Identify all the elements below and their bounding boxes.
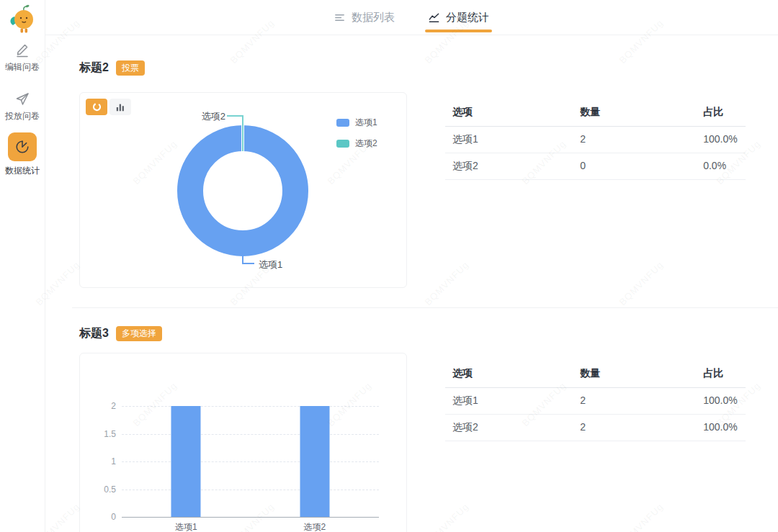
- paper-plane-icon: [14, 91, 30, 107]
- legend-item[interactable]: 选项2: [336, 137, 377, 150]
- question-type-badge: 投票: [116, 60, 145, 76]
- table-cell: 2: [573, 388, 696, 414]
- column-header: 占比: [696, 360, 746, 387]
- table-cell: 2: [573, 127, 696, 153]
- bar-category: 选项1: [122, 406, 251, 517]
- table-cell: 0: [573, 153, 696, 179]
- chart-type-toggle: [86, 99, 131, 115]
- x-tick-label: 选项2: [251, 521, 380, 532]
- app-logo-mascot: [8, 3, 37, 36]
- bar[interactable]: [171, 406, 201, 517]
- donut-chart-card: 选项1 选项2 选项2 选项1: [79, 92, 407, 288]
- tab-label: 分题统计: [446, 11, 489, 24]
- legend-label: 选项1: [355, 117, 377, 129]
- donut-icon: [91, 102, 102, 112]
- table-row: 选项22100.0%: [445, 415, 746, 441]
- section-title-row: 标题2 投票: [79, 60, 145, 76]
- table-cell: 选项2: [445, 415, 573, 441]
- pie-chart-icon: [14, 139, 30, 155]
- table-header-row: 选项数量占比: [445, 360, 746, 388]
- bar-chart-toggle-button[interactable]: [109, 99, 131, 115]
- y-tick-label: 0: [81, 512, 116, 522]
- line-chart-icon: [428, 12, 440, 24]
- topbar: 数据列表 分题统计: [45, 0, 778, 35]
- active-tab-underline: [425, 30, 492, 32]
- tab-per-question-stats[interactable]: 分题统计: [428, 0, 489, 35]
- legend-item[interactable]: 选项1: [336, 117, 377, 129]
- column-header: 数量: [573, 99, 696, 126]
- sidebar: 编辑问卷 投放问卷 数据统计: [0, 0, 45, 532]
- x-axis-line: [122, 517, 379, 518]
- table-cell: 选项2: [445, 153, 573, 179]
- stats-table: 选项数量占比选项12100.0%选项22100.0%: [445, 360, 746, 441]
- stats-table: 选项数量占比选项12100.0%选项200.0%: [445, 99, 746, 180]
- column-header: 数量: [573, 360, 696, 387]
- x-tick-label: 选项1: [122, 521, 251, 532]
- column-header: 占比: [696, 99, 746, 126]
- question-title: 标题3: [79, 326, 109, 341]
- pie-slice-label: 选项2: [187, 110, 225, 123]
- tab-data-list[interactable]: 数据列表: [334, 0, 395, 35]
- bar-chart-icon: [115, 102, 125, 112]
- table-cell: 选项1: [445, 127, 573, 153]
- leader-line: [242, 115, 243, 151]
- column-header: 选项: [445, 99, 573, 126]
- sidebar-item-label: 编辑问卷: [4, 62, 40, 72]
- bar[interactable]: [300, 406, 329, 517]
- sidebar-item-label: 投放问卷: [4, 111, 40, 121]
- sidebar-item-edit-survey[interactable]: 编辑问卷: [0, 42, 45, 72]
- y-tick-label: 1.5: [81, 429, 116, 439]
- y-tick-label: 1: [81, 456, 116, 466]
- legend-label: 选项2: [355, 137, 377, 150]
- bar-chart-card: 00.511.52选项1选项2: [79, 353, 407, 532]
- column-header: 选项: [445, 360, 573, 387]
- table-cell: 100.0%: [696, 415, 746, 441]
- table-row: 选项200.0%: [445, 153, 746, 180]
- legend-swatch: [336, 119, 349, 127]
- table-header-row: 选项数量占比: [445, 99, 746, 127]
- table-cell: 100.0%: [696, 127, 746, 153]
- y-tick-label: 2: [81, 401, 116, 411]
- sidebar-item-data-statistics[interactable]: 数据统计: [0, 132, 45, 176]
- pencil-icon: [14, 42, 30, 58]
- leader-line: [242, 263, 254, 264]
- legend-swatch: [336, 140, 349, 148]
- table-cell: 0.0%: [696, 153, 746, 179]
- main-content: 标题2 投票 选项1: [45, 35, 778, 532]
- y-tick-label: 0.5: [81, 484, 116, 495]
- question-title: 标题2: [79, 60, 109, 76]
- sidebar-item-distribute-survey[interactable]: 投放问卷: [0, 91, 45, 121]
- tab-label: 数据列表: [352, 11, 395, 24]
- donut-chart-toggle-button[interactable]: [86, 99, 107, 115]
- table-cell: 选项1: [445, 388, 573, 414]
- section-title-row: 标题3 多项选择: [79, 326, 162, 341]
- list-icon: [334, 12, 346, 24]
- section-divider: [72, 307, 778, 308]
- active-item-background: [8, 132, 37, 161]
- bar-category: 选项2: [251, 406, 380, 517]
- sidebar-item-label: 数据统计: [4, 166, 40, 176]
- chart-legend: 选项1 选项2: [336, 117, 377, 150]
- question-type-badge: 多项选择: [116, 326, 162, 341]
- leader-line: [227, 115, 243, 117]
- table-cell: 100.0%: [696, 388, 746, 414]
- table-cell: 2: [573, 415, 696, 441]
- bar-chart-plot: 00.511.52选项1选项2: [122, 406, 379, 517]
- table-row: 选项12100.0%: [445, 127, 746, 153]
- table-row: 选项12100.0%: [445, 388, 746, 415]
- pie-slice-label: 选项1: [259, 258, 282, 271]
